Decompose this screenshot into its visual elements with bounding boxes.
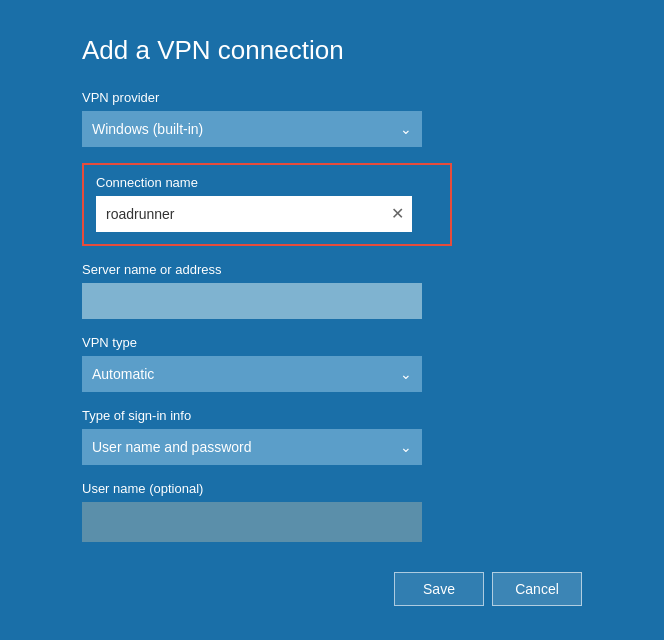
username-input[interactable] (82, 502, 422, 542)
username-label: User name (optional) (82, 481, 582, 496)
sign-in-type-label: Type of sign-in info (82, 408, 582, 423)
sign-in-type-select[interactable]: User name and password (82, 429, 422, 465)
sign-in-type-group: Type of sign-in info User name and passw… (82, 408, 582, 465)
server-name-group: Server name or address (82, 262, 582, 319)
server-name-input[interactable] (82, 283, 422, 319)
vpn-provider-select-wrapper: Windows (built-in) ⌄ (82, 111, 422, 147)
cancel-button[interactable]: Cancel (492, 572, 582, 606)
connection-name-group: Connection name ✕ (82, 163, 452, 246)
vpn-type-label: VPN type (82, 335, 582, 350)
dialog-title: Add a VPN connection (82, 35, 582, 66)
sign-in-type-select-wrapper: User name and password ⌄ (82, 429, 422, 465)
vpn-provider-group: VPN provider Windows (built-in) ⌄ (82, 90, 582, 147)
vpn-type-group: VPN type Automatic ⌄ (82, 335, 582, 392)
connection-name-label: Connection name (96, 175, 438, 190)
username-group: User name (optional) (82, 481, 582, 542)
vpn-type-select-wrapper: Automatic ⌄ (82, 356, 422, 392)
connection-name-input[interactable] (96, 196, 412, 232)
vpn-provider-label: VPN provider (82, 90, 582, 105)
vpn-provider-select[interactable]: Windows (built-in) (82, 111, 422, 147)
server-name-label: Server name or address (82, 262, 582, 277)
button-row: Save Cancel (82, 572, 582, 606)
connection-name-input-wrapper: ✕ (96, 196, 412, 232)
save-button[interactable]: Save (394, 572, 484, 606)
vpn-dialog: Add a VPN connection VPN provider Window… (42, 5, 622, 636)
clear-connection-name-button[interactable]: ✕ (391, 206, 404, 222)
vpn-type-select[interactable]: Automatic (82, 356, 422, 392)
